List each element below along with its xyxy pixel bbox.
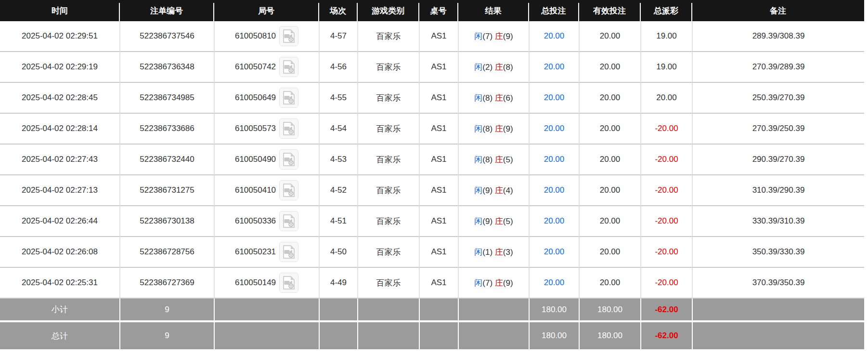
- result-banker-points: (5): [503, 155, 513, 164]
- cell-result: 闲(9) 庄(5): [458, 206, 529, 237]
- total-bet-link[interactable]: 20.00: [544, 216, 565, 225]
- result-player-label: 闲: [474, 63, 482, 72]
- video-replay-button[interactable]: [279, 119, 298, 139]
- cell-table-no: AS1: [419, 268, 458, 299]
- result-player-points: (2): [482, 63, 492, 72]
- result-banker-points: (8): [503, 63, 513, 72]
- cell-session: 4-51: [319, 206, 357, 237]
- cell-total-bet: 20.00: [529, 237, 579, 268]
- footer-cell-empty: [458, 320, 529, 349]
- cell-valid-bet: 20.00: [579, 268, 640, 299]
- total-bet-link[interactable]: 20.00: [544, 185, 565, 195]
- cell-valid-bet: 20.00: [579, 206, 640, 237]
- table-header: 时间 注单编号 局号 场次 游戏类别 桌号 结果 总投注 有效投注 总派彩 备注: [0, 0, 864, 21]
- video-file-icon: [283, 214, 295, 228]
- result-banker-label: 庄: [495, 155, 503, 164]
- cell-game-type: 百家乐: [357, 206, 419, 237]
- result-banker-points: (5): [503, 217, 513, 226]
- total-bet-link[interactable]: 20.00: [544, 124, 565, 133]
- video-replay-button[interactable]: [279, 88, 298, 108]
- footer-cell-empty: [214, 320, 319, 349]
- cell-game-type: 百家乐: [357, 52, 419, 83]
- cell-time: 2025-04-02 02:26:44: [0, 206, 119, 237]
- cell-session: 4-55: [319, 83, 357, 114]
- video-replay-button[interactable]: [279, 180, 298, 200]
- cell-valid-bet: 20.00: [579, 52, 640, 83]
- total-bet-link[interactable]: 20.00: [544, 31, 565, 40]
- result-player-label: 闲: [474, 248, 482, 257]
- video-replay-button[interactable]: [279, 149, 298, 170]
- cell-result: 闲(1) 庄(3): [458, 237, 529, 268]
- result-player-label: 闲: [474, 32, 482, 41]
- table-row: 2025-04-02 02:29:19 522386736348 6100507…: [0, 52, 864, 83]
- footer-cell-empty: [357, 320, 419, 349]
- total-bet-link[interactable]: 20.00: [544, 247, 565, 256]
- video-file-icon: [283, 29, 295, 43]
- cell-result: 闲(8) 庄(5): [458, 145, 529, 175]
- col-header-game-type: 游戏类别: [357, 0, 419, 21]
- cell-valid-bet: 20.00: [579, 83, 640, 114]
- cell-game-type: 百家乐: [357, 237, 419, 268]
- cell-table-no: AS1: [419, 52, 458, 83]
- cell-time: 2025-04-02 02:26:08: [0, 237, 119, 268]
- round-number: 610050573: [235, 124, 276, 133]
- cell-remark: 370.39/350.39: [692, 268, 864, 299]
- footer-cell-empty: [357, 299, 419, 320]
- cell-game-type: 百家乐: [357, 21, 419, 52]
- cell-bet-id: 522386736348: [119, 52, 214, 83]
- result-banker-points: (9): [503, 124, 513, 133]
- cell-bet-id: 522386737546: [119, 21, 214, 52]
- cell-game-type: 百家乐: [357, 175, 419, 206]
- video-file-icon: [283, 91, 295, 105]
- cell-valid-bet: 20.00: [579, 175, 640, 206]
- cell-game-type: 百家乐: [357, 83, 419, 114]
- table-row: 2025-04-02 02:27:13 522386731275 6100504…: [0, 175, 864, 206]
- table-row: 2025-04-02 02:29:51 522386737546 6100508…: [0, 21, 864, 52]
- footer-cell-empty: [214, 299, 319, 320]
- col-header-round: 局号: [214, 0, 319, 21]
- cell-payout: 20.00: [640, 83, 692, 114]
- footer-cell-empty: [692, 320, 864, 349]
- video-file-icon: [283, 122, 295, 135]
- cell-game-type: 百家乐: [357, 145, 419, 175]
- video-replay-button[interactable]: [279, 211, 298, 231]
- total-bet-link[interactable]: 20.00: [544, 62, 565, 71]
- table-row: 2025-04-02 02:26:08 522386728756 6100502…: [0, 237, 864, 268]
- cell-table-no: AS1: [419, 206, 458, 237]
- cell-remark: 330.39/310.39: [692, 206, 864, 237]
- video-replay-button[interactable]: [279, 273, 298, 293]
- bet-history-table: 时间 注单编号 局号 场次 游戏类别 桌号 结果 总投注 有效投注 总派彩 备注…: [0, 0, 864, 349]
- result-banker-label: 庄: [495, 93, 503, 103]
- round-number: 610050810: [235, 31, 276, 41]
- col-header-table-no: 桌号: [419, 0, 458, 21]
- cell-session: 4-53: [319, 145, 357, 175]
- video-file-icon: [283, 184, 295, 197]
- cell-session: 4-49: [319, 268, 357, 299]
- col-header-session: 场次: [319, 0, 357, 21]
- video-replay-button[interactable]: [279, 57, 298, 77]
- video-replay-button[interactable]: [279, 242, 298, 262]
- cell-payout: -20.00: [640, 268, 692, 299]
- cell-round: 610050231: [214, 237, 319, 268]
- total-bet-link[interactable]: 20.00: [544, 93, 565, 102]
- col-header-result: 结果: [458, 0, 529, 21]
- total-bet-link[interactable]: 20.00: [544, 278, 565, 287]
- video-file-icon: [283, 153, 295, 166]
- result-banker-points: (9): [503, 32, 513, 41]
- grand-total-valid-bet: 180.00: [579, 320, 640, 349]
- cell-valid-bet: 20.00: [579, 237, 640, 268]
- cell-round: 610050149: [214, 268, 319, 299]
- col-header-total-bet: 总投注: [529, 0, 579, 21]
- header-row: 时间 注单编号 局号 场次 游戏类别 桌号 结果 总投注 有效投注 总派彩 备注: [0, 0, 864, 21]
- total-bet-link[interactable]: 20.00: [544, 155, 565, 164]
- cell-time: 2025-04-02 02:28:45: [0, 83, 119, 114]
- video-replay-button[interactable]: [279, 26, 298, 46]
- cell-session: 4-54: [319, 114, 357, 145]
- result-player-points: (1): [482, 248, 492, 257]
- cell-valid-bet: 20.00: [579, 114, 640, 145]
- video-file-icon: [283, 276, 295, 290]
- cell-result: 闲(2) 庄(8): [458, 52, 529, 83]
- cell-valid-bet: 20.00: [579, 145, 640, 175]
- result-banker-label: 庄: [495, 124, 503, 133]
- round-number: 610050149: [235, 278, 276, 288]
